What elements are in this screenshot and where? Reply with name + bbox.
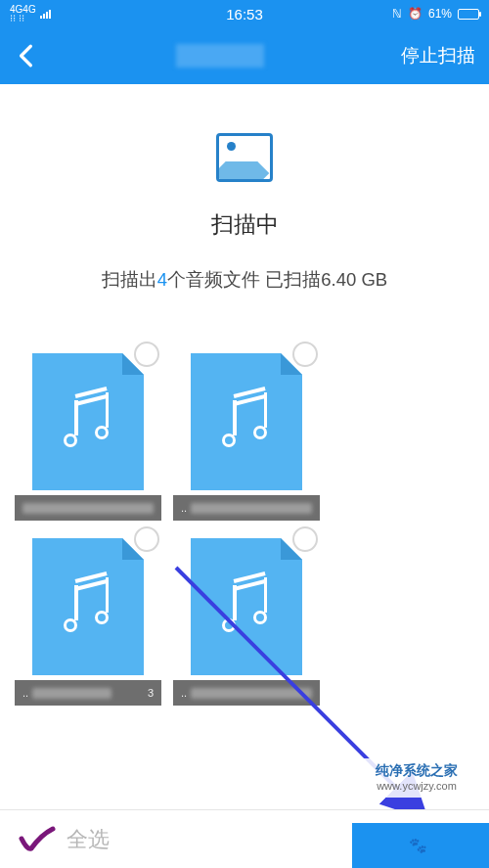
file-caption: .. [173,495,320,521]
scan-file-count: 4 [157,269,167,290]
battery-pct: 61% [428,7,452,21]
file-caption [15,495,161,521]
network-4g-icon: 4G4G⁝⁝ ⁝⁝ [10,5,36,23]
audio-file-icon [32,538,144,675]
battery-icon [458,9,479,20]
music-note-icon [64,581,112,632]
audio-file-icon [32,353,144,490]
scan-result-prefix: 扫描出 [102,269,157,290]
status-right: ℕ ⏰ 61% [392,7,479,21]
paw-icon: 🐾 [409,837,427,854]
nfc-icon: ℕ [392,7,402,21]
alarm-icon: ⏰ [408,7,422,21]
file-checkbox[interactable] [292,526,318,552]
audio-file-icon [191,353,302,490]
file-item[interactable]: .. [173,345,320,521]
watermark: 纯净系统之家 www.ycwjzy.com [350,758,483,798]
scan-size: 6.40 GB [321,269,387,290]
status-bar: 4G4G⁝⁝ ⁝⁝ 16:53 ℕ ⏰ 61% [0,0,489,27]
file-checkbox[interactable] [292,342,318,367]
nav-bar: 停止扫描 [0,27,489,84]
file-caption: ..3 [15,680,161,706]
watermark-line2: www.ycwjzy.com [356,778,477,794]
image-placeholder-icon [216,133,273,182]
watermark-line1: 纯净系统之家 [356,762,477,778]
scan-status-block: 扫描中 扫描出4个音频文件 已扫描6.40 GB [0,84,489,326]
file-item[interactable]: .. [173,530,320,706]
file-caption: .. [173,680,320,706]
file-checkbox[interactable] [134,526,159,552]
status-left: 4G4G⁝⁝ ⁝⁝ [10,5,53,23]
primary-action-button[interactable]: 🐾 [352,823,489,868]
file-item[interactable]: ..3 [15,530,161,706]
file-grid: .. ..3 .. [0,326,489,715]
signal-bars-icon [40,10,51,19]
audio-file-icon [191,538,302,675]
select-all-check-icon[interactable] [18,825,57,854]
music-note-icon [222,581,271,632]
music-note-icon [64,396,112,447]
file-caption-prefix: .. [22,687,28,699]
select-all-label[interactable]: 全选 [67,825,110,854]
file-caption-prefix: .. [181,687,187,699]
file-caption-suffix: 3 [148,687,154,699]
scanning-label: 扫描中 [20,209,469,240]
bottom-bar: 全选 🐾 [0,809,489,868]
scan-result-mid: 个音频文件 已扫描 [167,269,321,290]
nav-title-blurred [176,44,264,68]
stop-scan-button[interactable]: 停止扫描 [401,43,475,69]
status-time: 16:53 [226,6,263,23]
file-item[interactable] [15,345,161,521]
music-note-icon [222,396,271,447]
back-icon[interactable] [14,43,39,69]
file-caption-prefix: .. [181,502,187,514]
scan-result-line: 扫描出4个音频文件 已扫描6.40 GB [20,267,469,292]
file-checkbox[interactable] [134,342,159,367]
